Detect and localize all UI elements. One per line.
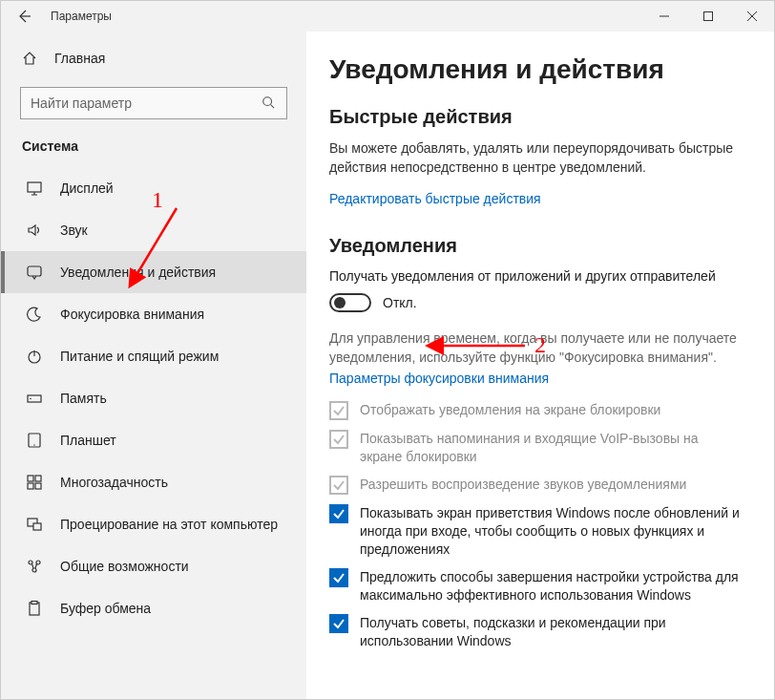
- nav-power[interactable]: Питание и спящий режим: [1, 335, 306, 377]
- notifications-toggle[interactable]: [329, 293, 371, 312]
- display-icon: [26, 180, 43, 197]
- nav-label: Проецирование на этот компьютер: [60, 517, 278, 532]
- svg-point-1: [263, 97, 272, 106]
- nav-shared[interactable]: Общие возможности: [1, 545, 306, 587]
- check-label: Отображать уведомления на экране блокиро…: [360, 401, 660, 419]
- svg-point-6: [30, 398, 31, 400]
- close-icon: [747, 11, 757, 21]
- nav-projecting[interactable]: Проецирование на этот компьютер: [1, 503, 306, 545]
- maximize-icon: [703, 11, 713, 21]
- category-heading: Система: [22, 138, 306, 154]
- nav-label: Многозадачность: [60, 475, 168, 490]
- check-label: Предложить способы завершения настройки …: [360, 568, 740, 605]
- nav-label: Память: [60, 391, 107, 406]
- svg-point-16: [36, 561, 40, 564]
- minimize-button[interactable]: [642, 1, 686, 32]
- nav-label: Уведомления и действия: [60, 265, 216, 280]
- back-button[interactable]: [1, 1, 47, 32]
- page-title: Уведомления и действия: [329, 54, 757, 85]
- nav-label: Общие возможности: [60, 559, 189, 574]
- quick-actions-desc: Вы можете добавлять, удалять или переупо…: [329, 139, 740, 177]
- focus-assist-link[interactable]: Параметры фокусировки внимания: [329, 371, 757, 386]
- svg-rect-2: [28, 182, 41, 192]
- sidebar: Главная Система Дисплей Звук: [1, 32, 306, 699]
- projecting-icon: [26, 516, 43, 533]
- nav-sound[interactable]: Звук: [1, 209, 306, 251]
- nav-storage[interactable]: Память: [1, 377, 306, 419]
- check-setup-suggestions[interactable]: Предложить способы завершения настройки …: [329, 568, 740, 605]
- svg-rect-12: [35, 483, 41, 489]
- edit-quick-actions-link[interactable]: Редактировать быстрые действия: [329, 191, 541, 206]
- svg-rect-10: [35, 476, 41, 481]
- notifications-heading: Уведомления: [329, 235, 757, 257]
- checkbox: [329, 401, 348, 420]
- toggle-label: Получать уведомления от приложений и дру…: [329, 268, 757, 284]
- checkbox-list: Отображать уведомления на экране блокиро…: [329, 401, 757, 649]
- nav-tablet[interactable]: Планшет: [1, 419, 306, 461]
- nav-list: Дисплей Звук Уведомления и действия Фоку…: [1, 167, 306, 699]
- shared-icon: [26, 558, 43, 575]
- check-label: Показывать напоминания и входящие VoIP-в…: [360, 430, 740, 466]
- check-tips[interactable]: Получать советы, подсказки и рекомендаци…: [329, 614, 740, 650]
- body: Главная Система Дисплей Звук: [1, 32, 774, 699]
- home-icon: [22, 51, 37, 66]
- nav-label: Питание и спящий режим: [60, 349, 219, 364]
- svg-point-15: [29, 561, 32, 564]
- svg-rect-0: [704, 12, 713, 21]
- nav-label: Планшет: [60, 433, 116, 448]
- search-icon: [262, 95, 277, 111]
- home-nav[interactable]: Главная: [1, 39, 306, 77]
- settings-window: Параметры Главная: [0, 0, 775, 700]
- nav-label: Звук: [60, 223, 88, 238]
- arrow-left-icon: [16, 9, 31, 24]
- svg-rect-9: [28, 476, 33, 481]
- nav-display[interactable]: Дисплей: [1, 167, 306, 209]
- maximize-button[interactable]: [686, 1, 730, 32]
- tablet-icon: [26, 432, 43, 449]
- toggle-row: Откл.: [329, 293, 757, 312]
- svg-rect-5: [28, 395, 41, 402]
- nav-clipboard[interactable]: Буфер обмена: [1, 587, 306, 629]
- clipboard-icon: [26, 600, 43, 617]
- search-box[interactable]: [20, 87, 287, 119]
- sound-icon: [26, 222, 43, 239]
- svg-rect-3: [28, 266, 41, 276]
- check-label: Получать советы, подсказки и рекомендаци…: [360, 614, 740, 650]
- toggle-state: Откл.: [383, 295, 417, 310]
- check-label: Разрешить воспроизведение звуков уведомл…: [360, 476, 686, 494]
- titlebar: Параметры: [1, 1, 774, 32]
- checkbox[interactable]: [329, 504, 348, 523]
- close-button[interactable]: [730, 1, 774, 32]
- nav-multitasking[interactable]: Многозадачность: [1, 461, 306, 503]
- multitasking-icon: [26, 474, 43, 491]
- nav-label: Буфер обмена: [60, 601, 151, 616]
- svg-rect-19: [31, 602, 37, 605]
- minimize-icon: [660, 11, 669, 21]
- focus-note: Для управления временем, когда вы получа…: [329, 329, 740, 367]
- svg-point-8: [33, 444, 34, 445]
- nav-label: Фокусировка внимания: [60, 307, 204, 322]
- checkbox: [329, 476, 348, 495]
- check-lockscreen-notifications: Отображать уведомления на экране блокиро…: [329, 401, 740, 420]
- quick-actions-heading: Быстрые действия: [329, 106, 757, 128]
- svg-point-17: [32, 568, 36, 572]
- checkbox: [329, 430, 348, 449]
- nav-notifications[interactable]: Уведомления и действия: [1, 251, 306, 293]
- check-notification-sounds: Разрешить воспроизведение звуков уведомл…: [329, 476, 740, 495]
- nav-focus-assist[interactable]: Фокусировка внимания: [1, 293, 306, 335]
- check-welcome-experience[interactable]: Показывать экран приветствия Windows пос…: [329, 504, 740, 559]
- content-pane: Уведомления и действия Быстрые действия …: [306, 32, 774, 699]
- power-icon: [26, 348, 43, 365]
- checkbox[interactable]: [329, 568, 348, 587]
- window-title: Параметры: [51, 10, 112, 23]
- toggle-knob: [334, 297, 346, 308]
- nav-label: Дисплей: [60, 180, 114, 196]
- check-voip-lockscreen: Показывать напоминания и входящие VoIP-в…: [329, 430, 740, 466]
- checkbox[interactable]: [329, 614, 348, 633]
- svg-rect-11: [28, 483, 33, 489]
- home-label: Главная: [54, 51, 105, 66]
- search-input[interactable]: [31, 95, 262, 111]
- check-label: Показывать экран приветствия Windows пос…: [360, 504, 740, 559]
- storage-icon: [26, 390, 43, 407]
- svg-rect-14: [33, 523, 41, 530]
